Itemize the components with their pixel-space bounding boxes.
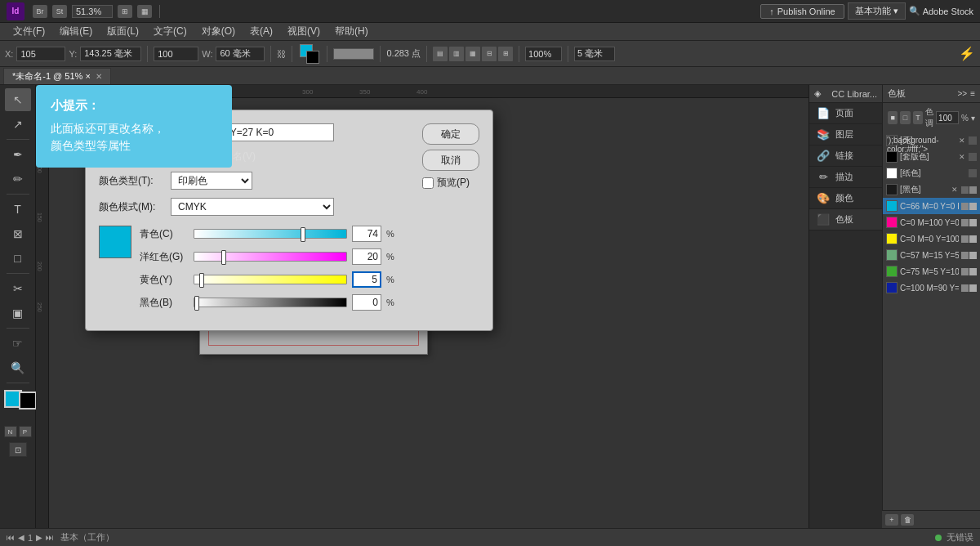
first-page-btn[interactable]: ⏮ <box>7 533 15 542</box>
last-page-btn[interactable]: ⏭ <box>46 533 54 542</box>
menu-layout[interactable]: 版面(L) <box>100 23 145 40</box>
hand-tool[interactable]: ☞ <box>5 332 31 355</box>
menu-help[interactable]: 帮助(H) <box>328 23 375 40</box>
magenta-slider-track[interactable] <box>194 252 347 262</box>
new-swatch-btn[interactable]: + <box>885 514 898 526</box>
swatch-x-reg[interactable]: ✕ <box>958 153 966 161</box>
next-page-btn[interactable]: ▶ <box>36 533 42 542</box>
arrange-icon[interactable]: ⊞ <box>118 5 132 18</box>
background-color[interactable] <box>19 392 37 410</box>
cancel-button[interactable]: 取消 <box>422 150 479 171</box>
magenta-slider-thumb[interactable] <box>221 250 226 265</box>
zoom-percent[interactable]: 51.3% <box>72 5 113 18</box>
bridge-icon[interactable]: Br <box>33 5 47 18</box>
pencil-tool[interactable]: ✏ <box>5 168 31 190</box>
yellow-slider-thumb[interactable] <box>199 273 204 288</box>
black-value-input[interactable] <box>352 294 381 311</box>
pages-panel-item[interactable]: 📄 页面 <box>809 103 882 124</box>
scissors-tool[interactable]: ✂ <box>5 277 31 300</box>
page-number: 1 <box>28 533 33 543</box>
lightning-icon[interactable]: ⚡ <box>959 46 975 61</box>
swatch-item-yellow[interactable]: C=0 M=0 Y=100 K=0 <box>883 230 980 247</box>
tint-chevron[interactable]: ▾ <box>971 114 975 123</box>
basic-func-dropdown[interactable]: 基本功能 ▾ <box>848 2 906 20</box>
magenta-value-input[interactable] <box>352 248 381 265</box>
swatch-item-cyan66[interactable]: C=66 M=0 Y=0 K=0 <box>883 198 980 214</box>
pen-tool[interactable]: ✒ <box>5 143 31 166</box>
w-input[interactable] <box>154 47 198 61</box>
view-icon[interactable]: ▦ <box>137 5 152 18</box>
swatch-fill-icon[interactable]: ■ <box>888 111 898 124</box>
swatch-name-green57: C=57 M=15 Y=50 K=0 <box>900 251 959 260</box>
swatches-collapse-icon[interactable]: >> <box>957 89 967 98</box>
direct-select-tool[interactable]: ↗ <box>5 113 31 136</box>
rectangle-tool[interactable]: □ <box>5 247 31 270</box>
menu-object[interactable]: 对象(O) <box>195 23 242 40</box>
swatch-item-magenta[interactable]: C=0 M=100 Y=0 K=0 <box>883 214 980 230</box>
swatch-stroke-icon[interactable]: □ <box>900 111 910 124</box>
menu-edit[interactable]: 编辑(E) <box>53 23 99 40</box>
percentage-input[interactable] <box>525 47 562 61</box>
tint-value-input[interactable] <box>936 111 959 124</box>
cyan-slider-track[interactable] <box>194 229 347 239</box>
gradient-tool[interactable]: ▣ <box>5 302 31 324</box>
publish-online-button[interactable]: ↑ Publish Online <box>760 4 844 19</box>
menu-table[interactable]: 表(A) <box>243 23 279 40</box>
frame-tool[interactable]: ⊠ <box>5 222 31 245</box>
preview-checkbox[interactable] <box>422 177 434 189</box>
swatch-item-registration[interactable]: [套版色] ✕ <box>883 149 980 165</box>
align-right-icon[interactable]: ▦ <box>466 47 480 61</box>
swatch-text-icon[interactable]: T <box>913 111 923 124</box>
stock-icon[interactable]: St <box>52 5 67 18</box>
black-slider-thumb[interactable] <box>194 296 199 311</box>
swatch-item-green75[interactable]: C=75 M=5 Y=100 K=0 <box>883 263 980 280</box>
color-mode-select[interactable]: CMYK <box>171 198 334 216</box>
mm-input[interactable] <box>574 47 615 61</box>
swatches-menu-icon[interactable]: ≡ <box>970 89 975 98</box>
confirm-button[interactable]: 确定 <box>422 123 479 145</box>
color-panel-item[interactable]: 🎨 颜色 <box>809 188 882 209</box>
zoom-tool[interactable]: 🔍 <box>5 356 31 379</box>
layers-icon: 📚 <box>816 128 831 141</box>
type-tool[interactable]: T <box>5 198 31 221</box>
align-left-icon[interactable]: ▤ <box>433 47 448 61</box>
swatch-item-none[interactable]: ');background-color:#fff;"> [无] ✕ <box>883 132 980 149</box>
menu-text[interactable]: 文字(C) <box>147 23 194 40</box>
cyan-value-input[interactable]: 74 <box>352 226 381 242</box>
distribute-icon[interactable]: ⊟ <box>482 47 497 61</box>
links-panel-item[interactable]: 🔗 链接 <box>809 145 882 167</box>
align-top-icon[interactable]: ⊞ <box>498 47 513 61</box>
document-tab[interactable]: *未命名-1 @ 51% × ✕ <box>3 68 111 84</box>
h-input[interactable] <box>216 47 265 61</box>
menu-file[interactable]: 文件(F) <box>7 23 51 40</box>
align-center-icon[interactable]: ▥ <box>449 47 464 61</box>
cyan-slider-thumb[interactable] <box>301 227 305 242</box>
delete-swatch-btn[interactable]: 🗑 <box>901 514 914 526</box>
swatch-x-none[interactable]: ✕ <box>958 136 966 145</box>
x-input[interactable] <box>16 47 65 61</box>
yellow-value-input[interactable] <box>352 271 381 288</box>
fullscreen-btn[interactable]: ⊡ <box>9 442 27 457</box>
swatch-item-blue100[interactable]: C=100 M=90 Y=10 K=0 <box>883 280 980 296</box>
swatch-item-paper[interactable]: [纸色] <box>883 165 980 181</box>
preview-view-icon[interactable]: P <box>19 426 32 437</box>
stroke-panel-item[interactable]: ✏ 描边 <box>809 167 882 188</box>
color-type-select[interactable]: 印刷色 <box>171 172 252 190</box>
y-input[interactable] <box>80 47 141 61</box>
swatches-panel-item[interactable]: ⬛ 色板 <box>809 209 882 230</box>
layers-panel-item[interactable]: 📚 图层 <box>809 124 882 145</box>
swatch-item-green57[interactable]: C=57 M=15 Y=50 K=0 <box>883 247 980 263</box>
tab-close-button[interactable]: ✕ <box>96 72 102 81</box>
bottom-bar: ⏮ ◀ 1 ▶ ⏭ 基本（工作） 无错误 <box>0 528 980 546</box>
yellow-slider-track[interactable] <box>194 275 347 284</box>
swatch-x-black[interactable]: ✕ <box>951 186 959 194</box>
stroke-color-swatch[interactable] <box>306 51 319 64</box>
adobe-stock-search[interactable]: 🔍 Adobe Stock <box>909 6 973 16</box>
select-tool[interactable]: ↖ <box>5 88 31 111</box>
normal-view-icon[interactable]: N <box>4 426 17 437</box>
menu-view[interactable]: 视图(V) <box>281 23 327 40</box>
prev-page-btn[interactable]: ◀ <box>18 533 24 542</box>
swatch-item-black[interactable]: [黑色] ✕ <box>883 181 980 198</box>
black-slider-track[interactable] <box>194 298 347 307</box>
page-mode[interactable]: 基本（工作） <box>60 531 114 544</box>
